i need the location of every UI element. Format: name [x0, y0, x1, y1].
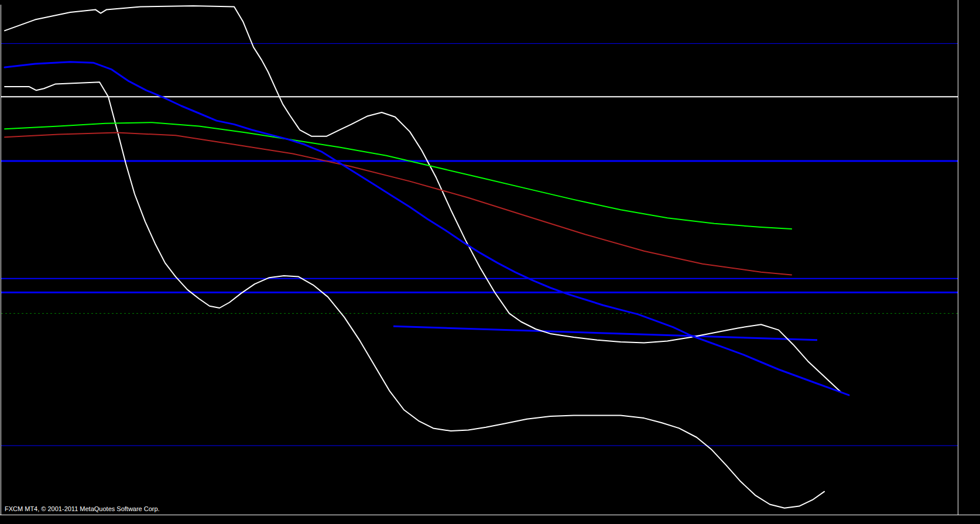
copyright-watermark: FXCM MT4, © 2001-2011 MetaQuotes Softwar…	[5, 505, 160, 512]
mt4-chart-window: FXCM MT4, © 2001-2011 MetaQuotes Softwar…	[0, 0, 980, 524]
chart-canvas[interactable]	[0, 0, 980, 524]
price-chart[interactable]	[0, 0, 980, 524]
